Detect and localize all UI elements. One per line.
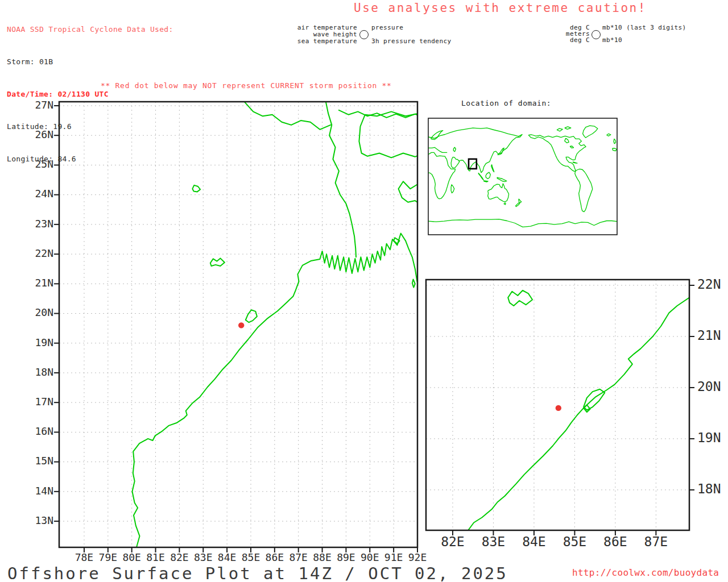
- offshore-surface-plot-page: NOAA SSD Tropical Cyclone Data Used: Sto…: [0, 0, 728, 582]
- map-main-lat-label: 24N: [27, 188, 53, 199]
- coastline-chilika-spur: [584, 405, 590, 413]
- map-zoom-lon-label: 86E: [593, 535, 638, 549]
- map-zoom-lat-label: 20N: [697, 380, 728, 394]
- world-coastline-europe-south: [428, 147, 447, 152]
- legend-pressure-unit: mb*10 (last 3 digits): [602, 24, 686, 31]
- storm-position-dot: [238, 322, 244, 328]
- world-coastline-tasmania: [504, 203, 506, 205]
- map-main-lat-label: 22N: [27, 248, 53, 259]
- map-main-lon-label: 92E: [395, 552, 440, 563]
- world-coastline-hudson-bay: [565, 138, 569, 143]
- world-coastline-australia: [488, 184, 509, 202]
- coastline-ganges-river-west: [244, 102, 330, 130]
- coastlines: [133, 102, 420, 547]
- map-main-lat-label: 26N: [27, 129, 53, 140]
- world-coastline-nz-south: [516, 203, 520, 207]
- coastline-inland-lake-south: [210, 258, 225, 266]
- map-main-lat-label: 20N: [27, 307, 53, 318]
- world-coastline-eurasia: [428, 128, 522, 173]
- map-zoom-lat-label: 19N: [697, 431, 728, 445]
- world-coastline-japan: [498, 148, 504, 155]
- zoom-map: 22N21N20N19N18N82E83E84E85E86E87E: [426, 280, 689, 530]
- source-url: http://coolwx.com/buoydata: [572, 567, 719, 578]
- world-coastline-britain: [614, 139, 616, 144]
- map-zoom-lon-label: 83E: [470, 535, 516, 549]
- main-map: 27N26N25N24N23N22N21N20N19N18N17N16N15N1…: [59, 102, 417, 547]
- map-zoom-lat-label: 22N: [697, 277, 728, 292]
- coastline-inland-lake-north: [192, 185, 200, 192]
- world-coastline-greenland: [583, 126, 598, 138]
- world-coastline-sumatra: [478, 173, 483, 180]
- station-model-circle-icon: [359, 30, 369, 39]
- world-coastline-arctic-island-b: [565, 127, 571, 130]
- world-coastline-caspian: [453, 147, 456, 151]
- world-coastline-borneo: [486, 172, 490, 178]
- warning-note: ** Red dot below may NOT represent CURRE…: [101, 81, 392, 90]
- plot-title: Offshore Surface Plot at 14Z / OCT 02, 2…: [7, 564, 508, 582]
- world-coastline-antarctica: [428, 219, 617, 227]
- legend-pressure-label: pressure: [371, 24, 403, 31]
- map-main-lat-label: 21N: [27, 277, 53, 289]
- coastline-chilika-lagoon: [246, 310, 257, 322]
- map-zoom-lon-label: 82E: [430, 535, 475, 549]
- domain-location-box: [469, 159, 477, 169]
- legend-pressure-tendency-unit: mb*10: [602, 36, 622, 44]
- coastline-chilika-lagoon: [584, 389, 605, 410]
- world-coastlines: [428, 126, 617, 227]
- world-coastline-great-lakes: [570, 146, 574, 148]
- coastline-north-river-line: [339, 110, 420, 118]
- coastline-brahmaputra-hook: [359, 111, 420, 157]
- coastline-sylhet-hills: [399, 181, 420, 203]
- storm-id-text: Storm: 01B: [7, 56, 173, 67]
- map-main-lat-label: 18N: [27, 367, 53, 378]
- storm-position-dot: [556, 405, 561, 411]
- world-coastline-north-america: [528, 135, 586, 171]
- map-zoom-lon-label: 87E: [633, 535, 679, 549]
- map-zoom-lon-label: 85E: [552, 535, 597, 549]
- storm-info-header: NOAA SSD Tropical Cyclone Data Used:: [7, 24, 173, 35]
- map-main-lat-label: 27N: [27, 99, 53, 111]
- grid-lines: [59, 102, 417, 547]
- map-main-lat-label: 17N: [27, 396, 53, 408]
- storm-datetime-text: Date/Time: 02/1130 UTC: [7, 89, 173, 99]
- inset-title: Location of domain:: [449, 99, 563, 107]
- world-inset-map: [428, 118, 617, 235]
- world-coastline-java: [483, 181, 488, 182]
- world-coastline-philippines: [491, 164, 494, 172]
- world-coastline-iceland: [607, 134, 611, 136]
- map-main-lat-label: 25N: [27, 159, 53, 170]
- grid-lines: [426, 280, 689, 530]
- world-coastline-nz-north: [519, 199, 522, 203]
- world-coastline-madagascar: [451, 185, 454, 193]
- map-zoom-lat-label: 18N: [697, 482, 728, 496]
- world-coastline-new-guinea: [497, 177, 507, 181]
- map-main-lat-label: 13N: [27, 515, 53, 526]
- legend-sea-temperature-label: sea temperature: [239, 38, 357, 45]
- map-main-lat-label: 16N: [27, 426, 53, 437]
- world-coastline-south-america: [575, 169, 593, 211]
- units-model-circle-icon: [592, 30, 601, 39]
- world-coastline-arctic-island-a: [557, 128, 562, 131]
- legend-pressure-tendency-label: 3h pressure tendency: [371, 38, 451, 45]
- coastline-india-east-coast-and-delta: [133, 234, 420, 548]
- coastline-inland-lake: [508, 290, 532, 306]
- map-zoom-lon-label: 84E: [511, 535, 557, 549]
- map-main-lat-label: 19N: [27, 337, 53, 348]
- legend-sea-temp-unit: deg C: [540, 36, 590, 44]
- map-main-lat-label: 23N: [27, 218, 53, 230]
- map-main-lat-label: 15N: [27, 455, 53, 467]
- caution-banner: Use analyses with extreme caution!: [354, 1, 647, 15]
- map-zoom-lat-label: 21N: [697, 329, 728, 343]
- world-coastline-cuba: [573, 162, 577, 163]
- world-coastline-iberia: [613, 148, 617, 151]
- coastline-island-a: [412, 280, 415, 288]
- map-main-lat-label: 14N: [27, 485, 53, 497]
- coastlines: [468, 290, 689, 530]
